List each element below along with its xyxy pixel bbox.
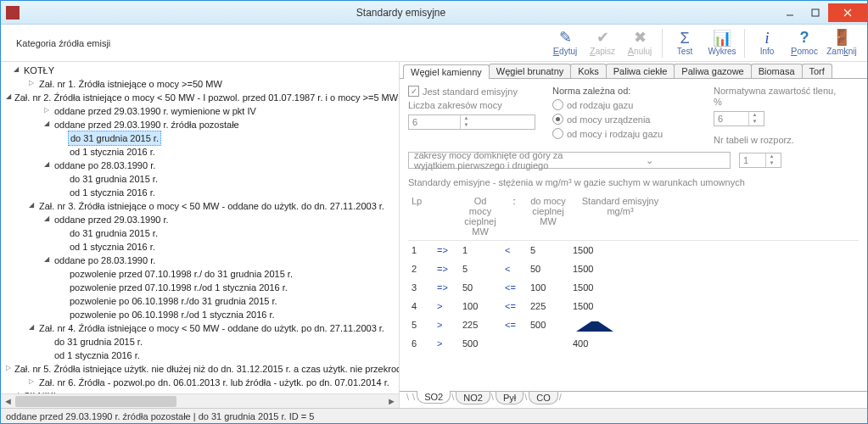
- expand-icon[interactable]: [26, 323, 36, 332]
- pollutant-tab[interactable]: SO2: [417, 391, 451, 404]
- tree-node[interactable]: oddane przed 29.03.1990 r. wymienione w …: [6, 104, 399, 118]
- table-row[interactable]: 4>100<=2251500: [408, 297, 859, 315]
- collapse-icon[interactable]: [42, 106, 51, 115]
- tree-node-label[interactable]: od 1 stycznia 2016 r.: [68, 145, 157, 159]
- expand-icon[interactable]: [6, 92, 11, 102]
- help-button[interactable]: ?Pomoc: [786, 29, 823, 58]
- tree-node-label[interactable]: oddane przed 29.03.1990 r. wymienione w …: [53, 104, 258, 118]
- table-row[interactable]: 2=>5<501500: [408, 259, 859, 278]
- tree-node-label[interactable]: do 31 grudnia 2015 r.: [53, 335, 144, 349]
- tree-node[interactable]: Zał. nr 6. Źródła - pozwol.po dn. 06.01.…: [6, 376, 399, 389]
- tree-node-label[interactable]: od 1 stycznia 2016 r.: [68, 240, 157, 254]
- tree-node[interactable]: od 1 stycznia 2016 r.: [6, 240, 399, 254]
- norm-both-radio[interactable]: [552, 128, 563, 139]
- collapse-icon[interactable]: [26, 79, 36, 88]
- tree-node[interactable]: oddane po 28.03.1990 r.: [6, 254, 399, 267]
- tree-node-label[interactable]: oddane po 28.03.1990 r.: [53, 254, 157, 267]
- tree-node[interactable]: Zał. nr 3. Źródła istniejące o mocy < 50…: [6, 199, 399, 213]
- tree-node[interactable]: Zał. nr 5. Źródła istniejące użytk. nie …: [6, 362, 399, 376]
- tree-node[interactable]: oddane przed 29.03.1990 r. źródła pozost…: [6, 118, 399, 131]
- tree-node-label[interactable]: KOTŁY: [22, 64, 56, 77]
- tree-node[interactable]: od 1 stycznia 2016 r.: [6, 186, 399, 199]
- table-nr-input[interactable]: ▲▼: [739, 153, 781, 168]
- tree-node-label[interactable]: Zał. nr 5. Źródła istniejące użytk. nie …: [13, 362, 399, 376]
- fuel-tab[interactable]: Biomasa: [751, 64, 803, 78]
- table-row[interactable]: 5>225<=500: [408, 315, 859, 334]
- tree-node[interactable]: pozwolenie po 06.10.1998 r./od 1 styczni…: [6, 308, 399, 321]
- tree-node[interactable]: oddane po 28.03.1990 r.: [6, 159, 399, 172]
- horizontal-scrollbar[interactable]: ◄ ►: [1, 393, 399, 408]
- scroll-left-icon[interactable]: ◄: [1, 394, 15, 409]
- scroll-right-icon[interactable]: ►: [384, 394, 399, 409]
- tree-node[interactable]: Zał. nr 1. Źródła istniejące o mocy >=50…: [6, 77, 399, 91]
- ranges-input[interactable]: ▲▼: [408, 114, 535, 130]
- chart-button[interactable]: 📊Wykres: [703, 29, 741, 58]
- tree-node[interactable]: pozwolenie po 06.10.1998 r./do 31 grudni…: [6, 294, 399, 308]
- tree-node-label[interactable]: pozwolenie po 06.10.1998 r./od 1 styczni…: [68, 308, 277, 321]
- close-button[interactable]: [828, 3, 867, 22]
- expand-icon[interactable]: [11, 391, 20, 394]
- expand-icon[interactable]: [11, 65, 20, 75]
- fuel-tab[interactable]: Paliwa gazowe: [674, 64, 751, 78]
- pollutant-tab[interactable]: Pył: [496, 392, 524, 404]
- fuel-tab[interactable]: Koks: [570, 64, 606, 78]
- maximize-button[interactable]: [803, 3, 828, 22]
- tree-node-label[interactable]: pozwolenie przed 07.10.1998 r./ do 31 gr…: [68, 267, 294, 281]
- tree-node[interactable]: do 31 grudnia 2015 r.: [6, 335, 399, 349]
- expand-icon[interactable]: [42, 120, 51, 129]
- tree-node[interactable]: KOTŁY: [6, 64, 399, 77]
- tree-node-label[interactable]: do 31 grudnia 2015 r.: [68, 131, 161, 146]
- tree-node-label[interactable]: Zał. nr 4. Źródła istniejące o mocy < 50…: [37, 321, 386, 335]
- tree-node-label[interactable]: oddane po 28.03.1990 r.: [53, 159, 157, 172]
- tree-node-label[interactable]: do 31 grudnia 2015 r.: [68, 226, 160, 240]
- norm-gas-radio[interactable]: [552, 99, 563, 110]
- tree-node[interactable]: oddane przed 29.03.1990 r.: [6, 213, 399, 226]
- fuel-tab[interactable]: Węgiel kamienny: [403, 64, 490, 79]
- tree-node-label[interactable]: pozwolenie po 06.10.1998 r./do 31 grudni…: [68, 294, 279, 308]
- expand-icon[interactable]: [26, 201, 36, 210]
- expand-icon[interactable]: [42, 255, 51, 265]
- fuel-tab[interactable]: Węgiel brunatny: [489, 64, 572, 78]
- tree-node-label[interactable]: Zał. nr 1. Źródła istniejące o mocy >=50…: [37, 77, 224, 91]
- tree-node[interactable]: do 31 grudnia 2015 r.: [6, 226, 399, 240]
- tree-node-label[interactable]: pozwolenie przed 07.10.1998 r./od 1 styc…: [68, 281, 289, 294]
- tree-node-label[interactable]: Zał. nr 2. Źródła istniejące o mocy < 50…: [13, 91, 399, 104]
- test-button[interactable]: ΣTest: [666, 29, 703, 58]
- expand-icon[interactable]: [42, 160, 51, 170]
- tree-node[interactable]: od 1 stycznia 2016 r.: [6, 145, 399, 159]
- minimize-button[interactable]: [777, 3, 803, 22]
- edit-button[interactable]: ✎Edytuj: [546, 29, 584, 58]
- tree-node[interactable]: do 31 grudnia 2015 r.: [6, 172, 399, 186]
- tree-node-label[interactable]: od 1 stycznia 2016 r.: [68, 186, 157, 199]
- tree-node-label[interactable]: Zał. nr 3. Źródła istniejące o mocy < 50…: [37, 199, 386, 213]
- collapse-icon[interactable]: [26, 377, 36, 387]
- pollutant-tab[interactable]: NO2: [456, 392, 490, 404]
- collapse-icon[interactable]: [6, 364, 11, 373]
- fuel-tab[interactable]: Torf: [802, 64, 832, 78]
- info-button[interactable]: iInfo: [748, 29, 786, 58]
- oxygen-input[interactable]: ▲▼: [714, 111, 764, 126]
- tree-node-label[interactable]: oddane przed 29.03.1990 r. źródła pozost…: [53, 118, 241, 131]
- tree-node[interactable]: Zał. nr 2. Źródła istniejące o mocy < 50…: [6, 91, 399, 104]
- tree-node-label[interactable]: od 1 stycznia 2016 r.: [53, 349, 142, 362]
- tree-node[interactable]: Zał. nr 4. Źródła istniejące o mocy < 50…: [6, 321, 399, 335]
- tree-node[interactable]: pozwolenie przed 07.10.1998 r./od 1 styc…: [6, 281, 399, 294]
- sort-indicator-icon: [576, 318, 613, 332]
- tree-node[interactable]: do 31 grudnia 2015 r.: [6, 131, 399, 145]
- range-closure-combo[interactable]: zakresy mocy domknięte od góry za wyjątk…: [408, 152, 731, 169]
- pollutant-tab[interactable]: CO: [529, 392, 558, 404]
- tree-node-label[interactable]: Zał. nr 6. Źródła - pozwol.po dn. 06.01.…: [37, 376, 391, 389]
- tree-node[interactable]: od 1 stycznia 2016 r.: [6, 349, 399, 362]
- tree-node-label[interactable]: do 31 grudnia 2015 r.: [68, 172, 160, 186]
- tree-node-label[interactable]: oddane przed 29.03.1990 r.: [53, 213, 171, 226]
- fuel-tab[interactable]: Paliwa ciekłe: [606, 64, 675, 78]
- norm-power-radio[interactable]: [552, 114, 563, 125]
- expand-icon[interactable]: [42, 215, 51, 224]
- tree-node[interactable]: pozwolenie przed 07.10.1998 r./ do 31 gr…: [6, 267, 399, 281]
- is-standard-checkbox[interactable]: [408, 86, 419, 97]
- tree[interactable]: KOTŁYZał. nr 1. Źródła istniejące o mocy…: [1, 62, 399, 393]
- table-row[interactable]: 3=>50<=1001500: [408, 278, 859, 297]
- table-row[interactable]: 6>500400: [408, 334, 859, 353]
- table-row[interactable]: 1=>1<51500: [408, 241, 859, 259]
- close-app-button[interactable]: 🚪Zamknij: [823, 29, 860, 58]
